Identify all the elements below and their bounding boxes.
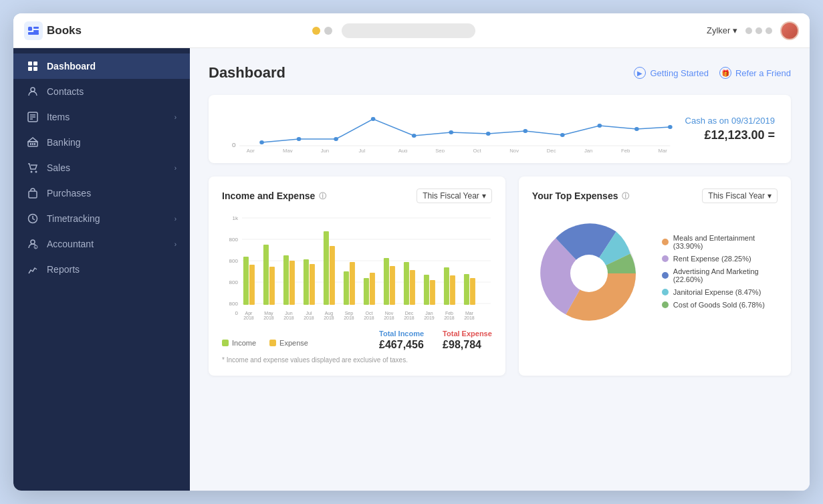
svg-rect-62 — [243, 257, 249, 305]
refer-friend-button[interactable]: 🎁 Refer a Friend — [719, 67, 791, 79]
getting-started-button[interactable]: ▶ Getting Started — [634, 67, 708, 79]
svg-rect-67 — [289, 261, 295, 305]
svg-rect-65 — [269, 267, 275, 305]
chevron-icon-timetracking: › — [174, 215, 177, 223]
sidebar-item-accountant[interactable]: $ Accountant › — [13, 231, 190, 257]
svg-rect-4 — [28, 61, 32, 66]
total-expense-block: Total Expense £98,784 — [443, 330, 492, 351]
svg-rect-85 — [470, 278, 475, 305]
total-expense-label: Total Expense — [443, 330, 492, 338]
sidebar-item-purchases[interactable]: Purchases — [13, 180, 190, 206]
dot-yellow — [312, 27, 320, 35]
sidebar-label-contacts: Contacts — [47, 86, 84, 97]
sidebar-item-timetracking[interactable]: Timetracking › — [13, 206, 190, 231]
svg-text:2018: 2018 — [324, 316, 334, 320]
pie-legend-item-3: Janitorial Expense (8.47%) — [662, 288, 778, 296]
app-title: Books — [47, 24, 82, 37]
dot-gray1 — [324, 27, 332, 35]
pie-area: Meals and Entertainment (33.90%) Rent Ex… — [532, 211, 778, 336]
svg-text:2018: 2018 — [404, 316, 415, 320]
sidebar-label-sales: Sales — [47, 162, 70, 173]
sidebar-item-contacts[interactable]: Contacts — [13, 79, 190, 104]
top-expenses-filter[interactable]: This Fiscal Year ▾ — [702, 188, 778, 203]
svg-rect-0 — [28, 27, 32, 31]
svg-text:Dec: Dec — [405, 311, 414, 316]
svg-point-29 — [334, 137, 338, 141]
getting-started-label: Getting Started — [650, 68, 708, 78]
total-income-block: Total Income £467,456 — [379, 330, 424, 351]
svg-text:800: 800 — [229, 279, 239, 285]
top-expenses-title: Your Top Expenses ⓘ — [532, 191, 630, 201]
titlebar: Books Zylker ▾ — [13, 13, 810, 48]
svg-text:2018: 2018 — [243, 316, 254, 320]
svg-point-19 — [35, 171, 37, 173]
sidebar-label-reports: Reports — [47, 264, 80, 275]
svg-rect-78 — [404, 262, 409, 305]
svg-point-27 — [259, 140, 264, 144]
sidebar-item-items[interactable]: Items › — [13, 104, 190, 130]
cash-card: 0 — [209, 95, 791, 163]
income-expense-filter[interactable]: This Fiscal Year ▾ — [417, 188, 492, 203]
svg-text:Jun: Jun — [285, 311, 292, 316]
grid-icon — [27, 60, 39, 72]
income-expense-chart: 1k 800 800 800 800 0 — [222, 211, 492, 322]
svg-rect-16 — [32, 143, 33, 145]
sidebar-item-banking[interactable]: Banking — [13, 130, 190, 155]
svg-rect-63 — [249, 265, 255, 305]
reports-icon — [27, 263, 39, 275]
info-icon-income[interactable]: ⓘ — [319, 191, 326, 201]
pie-legend-item-1: Rent Expense (28.25%) — [662, 255, 778, 263]
svg-rect-79 — [410, 270, 415, 305]
tag-icon — [27, 111, 39, 123]
chevron-icon-accountant: › — [174, 241, 177, 248]
header-actions: ▶ Getting Started 🎁 Refer a Friend — [634, 67, 791, 79]
svg-text:Jul: Jul — [306, 311, 312, 316]
logo-icon — [24, 21, 43, 40]
svg-text:2018: 2018 — [283, 316, 294, 320]
svg-text:2019: 2019 — [424, 316, 435, 320]
svg-text:2018: 2018 — [344, 316, 354, 320]
pie-dot-4 — [662, 301, 669, 308]
svg-text:Apr: Apr — [247, 148, 255, 152]
top-expenses-card: Your Top Expenses ⓘ This Fiscal Year ▾ — [519, 176, 791, 376]
svg-point-28 — [297, 137, 302, 141]
cart-icon — [27, 162, 39, 174]
svg-rect-15 — [30, 143, 31, 145]
svg-text:1k: 1k — [232, 215, 238, 221]
svg-text:0: 0 — [232, 141, 236, 148]
svg-rect-70 — [324, 231, 329, 305]
pie-legend-item-4: Cost of Goods Sold (6.78%) — [662, 301, 778, 309]
svg-text:Feb: Feb — [445, 311, 453, 316]
dot2-2 — [755, 27, 762, 34]
titlebar-dots2 — [745, 27, 772, 34]
dot2-3 — [766, 27, 772, 34]
sidebar-label-accountant: Accountant — [47, 239, 94, 249]
sidebar-item-sales[interactable]: Sales › — [13, 155, 190, 180]
svg-point-37 — [634, 127, 639, 131]
sidebar-label-dashboard: Dashboard — [47, 61, 96, 72]
svg-text:2018: 2018 — [364, 316, 374, 320]
sidebar-label-purchases: Purchases — [47, 188, 91, 199]
svg-point-33 — [486, 132, 491, 136]
svg-text:May: May — [283, 148, 293, 152]
info-icon-expenses[interactable]: ⓘ — [622, 191, 629, 201]
svg-rect-3 — [28, 32, 39, 35]
user-name[interactable]: Zylker ▾ — [707, 25, 737, 35]
svg-rect-82 — [444, 267, 449, 305]
logo-area: Books — [24, 21, 82, 40]
sidebar-item-reports[interactable]: Reports — [13, 257, 190, 282]
titlebar-search — [342, 23, 475, 38]
legend-expense: Expense — [269, 339, 308, 347]
svg-text:0: 0 — [235, 310, 238, 316]
cash-label: Cash as on 09/31/2019 — [685, 116, 775, 126]
pie-dot-1 — [662, 255, 669, 262]
svg-point-36 — [598, 124, 602, 128]
svg-text:Mar: Mar — [465, 311, 474, 316]
refer-friend-label: Refer a Friend — [735, 68, 791, 78]
svg-rect-77 — [390, 266, 395, 305]
svg-text:Oct: Oct — [473, 148, 481, 152]
sidebar-item-dashboard[interactable]: Dashboard — [13, 53, 190, 79]
svg-rect-84 — [464, 274, 469, 305]
chevron-down-icon: ▾ — [482, 191, 486, 201]
income-expense-card: Income and Expense ⓘ This Fiscal Year ▾ — [209, 176, 505, 376]
